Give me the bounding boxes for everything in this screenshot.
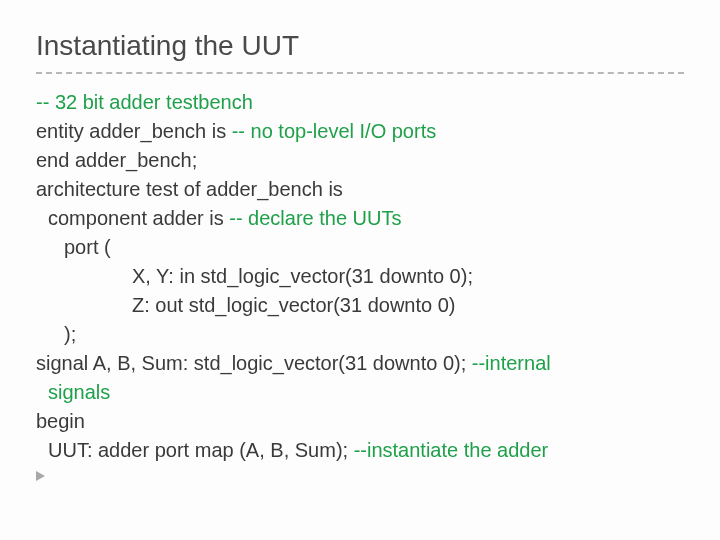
title-divider (36, 72, 684, 74)
code-block: -- 32 bit adder testbench entity adder_b… (36, 88, 684, 465)
code-comment: --internal (472, 352, 551, 374)
code-text: X, Y: in std_logic_vector(31 downto 0); (36, 262, 684, 291)
code-comment: -- no top-level I/O ports (232, 120, 437, 142)
code-text: signal A, B, Sum: std_logic_vector(31 do… (36, 352, 472, 374)
code-comment: --instantiate the adder (354, 439, 549, 461)
code-comment: -- 32 bit adder testbench (36, 91, 253, 113)
code-text: component adder is (48, 207, 229, 229)
slide-title: Instantiating the UUT (36, 30, 684, 62)
code-comment: -- declare the UUTs (229, 207, 401, 229)
slide-marker-icon (36, 471, 45, 481)
code-text: entity adder_bench is (36, 120, 232, 142)
code-text: architecture test of adder_bench is (36, 175, 684, 204)
code-text: Z: out std_logic_vector(31 downto 0) (36, 291, 684, 320)
code-text: begin (36, 407, 684, 436)
code-comment: signals (48, 381, 110, 403)
code-text: port ( (36, 233, 684, 262)
code-text: ); (36, 320, 684, 349)
code-text: UUT: adder port map (A, B, Sum); (48, 439, 354, 461)
code-text: end adder_bench; (36, 146, 684, 175)
